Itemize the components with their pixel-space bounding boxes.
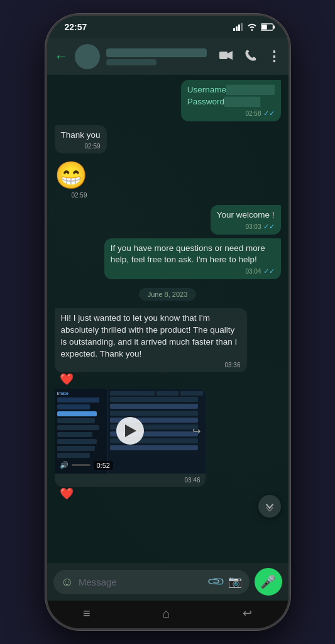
signal-icon bbox=[233, 23, 243, 31]
message-input[interactable]: Message bbox=[79, 577, 204, 587]
svg-rect-6 bbox=[261, 25, 266, 30]
message-time: 02:59 bbox=[71, 192, 87, 199]
status-bar: 22:57 bbox=[47, 16, 288, 38]
svg-marker-8 bbox=[228, 51, 233, 60]
avatar bbox=[75, 44, 100, 69]
video-call-icon[interactable] bbox=[219, 50, 233, 64]
date-label: June 8, 2023 bbox=[139, 288, 197, 301]
nav-back-icon[interactable]: ↩ bbox=[243, 606, 252, 620]
message-time: 02:59 bbox=[85, 143, 101, 150]
video-meta: 03:46 bbox=[55, 474, 206, 487]
mic-button[interactable]: 🎤 bbox=[255, 568, 282, 596]
status-icons bbox=[233, 23, 275, 31]
message-text: Username████████ Password██████ bbox=[187, 84, 275, 108]
wifi-icon bbox=[247, 23, 257, 31]
heart-reaction-video: ❤️ bbox=[57, 487, 281, 501]
svg-rect-3 bbox=[241, 23, 243, 31]
play-button[interactable] bbox=[116, 417, 144, 445]
chat-area[interactable]: Username████████ Password██████ 02:58 ✓✓… bbox=[47, 75, 288, 563]
message-bubble: 😁 02:59 bbox=[55, 157, 87, 201]
nav-home-icon[interactable]: ⌂ bbox=[163, 606, 170, 621]
header-icons: ⋮ bbox=[219, 48, 281, 65]
video-thumbnail: imate bbox=[55, 389, 206, 474]
mic-icon: 🎤 bbox=[260, 574, 276, 589]
message-bubble: Hi! I just wanted to let you know that I… bbox=[55, 308, 247, 372]
message-row: Thank you 02:59 bbox=[55, 125, 281, 153]
nav-menu-icon[interactable]: ≡ bbox=[83, 606, 91, 621]
message-text: Hi! I just wanted to let you know that I… bbox=[61, 313, 241, 360]
back-button[interactable]: ← bbox=[55, 48, 69, 65]
input-bar: ☺ Message 📎 📷 🎤 bbox=[47, 563, 288, 601]
contact-name bbox=[106, 48, 207, 57]
heart-reaction: ❤️ bbox=[57, 372, 281, 386]
message-row: Your welcome ! 03:03 ✓✓ bbox=[55, 205, 281, 235]
message-text: Your welcome ! bbox=[217, 209, 275, 221]
video-time: 03:46 bbox=[184, 477, 200, 484]
video-message-row: imate bbox=[55, 389, 281, 487]
read-receipt: ✓✓ bbox=[263, 267, 275, 275]
more-options-icon[interactable]: ⋮ bbox=[267, 48, 281, 65]
message-row: If you have more questions or need more … bbox=[55, 238, 281, 280]
message-meta: 03:04 ✓✓ bbox=[111, 267, 275, 275]
message-time: 03:03 bbox=[245, 223, 261, 230]
camera-button[interactable]: 📷 bbox=[228, 575, 242, 589]
contact-info bbox=[106, 48, 213, 65]
attach-button[interactable]: 📎 bbox=[206, 572, 226, 591]
date-separator: June 8, 2023 bbox=[55, 288, 281, 301]
message-meta: 03:03 ✓✓ bbox=[217, 223, 275, 231]
battery-icon bbox=[261, 23, 275, 31]
volume-icon: 🔊 bbox=[60, 461, 69, 469]
message-time: 03:04 bbox=[245, 268, 261, 275]
forward-icon[interactable]: ↪ bbox=[192, 425, 200, 437]
chat-header: ← ⋮ bbox=[47, 38, 288, 75]
message-row: 😁 02:59 bbox=[55, 157, 281, 201]
svg-rect-7 bbox=[219, 52, 228, 59]
contact-status bbox=[106, 59, 157, 65]
message-text: Thank you bbox=[61, 130, 101, 142]
message-bubble: Thank you 02:59 bbox=[55, 125, 107, 153]
message-meta: 02:59 bbox=[55, 192, 87, 199]
video-duration-bar: 🔊 0:52 bbox=[60, 461, 113, 470]
message-bubble: Your welcome ! 03:03 ✓✓ bbox=[211, 205, 281, 235]
scroll-down-button[interactable] bbox=[258, 495, 281, 518]
read-receipt: ✓✓ bbox=[263, 109, 275, 118]
message-bubble: Username████████ Password██████ 02:58 ✓✓ bbox=[181, 80, 281, 121]
message-meta: 03:36 bbox=[61, 362, 241, 369]
message-meta: 02:59 bbox=[61, 143, 101, 150]
phone-icon[interactable] bbox=[244, 50, 256, 64]
svg-rect-0 bbox=[233, 28, 235, 31]
svg-rect-1 bbox=[236, 26, 238, 31]
input-field-wrap[interactable]: ☺ Message 📎 📷 bbox=[53, 570, 250, 594]
video-duration: 0:52 bbox=[94, 461, 113, 470]
emoji-button[interactable]: ☺ bbox=[61, 575, 74, 589]
read-receipt: ✓✓ bbox=[263, 223, 275, 231]
video-bubble: imate bbox=[55, 389, 206, 487]
message-meta: 02:58 ✓✓ bbox=[187, 109, 275, 118]
status-time: 22:57 bbox=[65, 22, 87, 32]
message-emoji: 😁 bbox=[55, 160, 87, 191]
message-bubble: If you have more questions or need more … bbox=[104, 238, 281, 280]
svg-rect-2 bbox=[238, 25, 240, 31]
bottom-nav: ≡ ⌂ ↩ bbox=[47, 601, 288, 628]
message-row: Hi! I just wanted to let you know that I… bbox=[55, 308, 281, 372]
message-time: 03:36 bbox=[224, 362, 240, 369]
phone-frame: 22:57 ← bbox=[45, 14, 290, 630]
progress-bar bbox=[72, 464, 91, 466]
message-time: 02:58 bbox=[245, 110, 261, 117]
svg-rect-5 bbox=[273, 25, 274, 28]
message-text: If you have more questions or need more … bbox=[111, 243, 275, 267]
play-triangle-icon bbox=[125, 425, 136, 437]
message-row: Username████████ Password██████ 02:58 ✓✓ bbox=[55, 80, 281, 121]
